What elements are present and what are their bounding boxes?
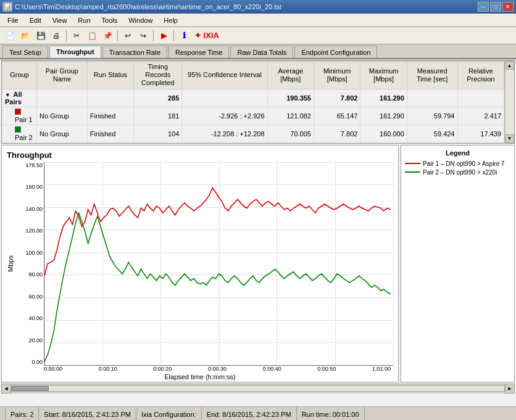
menu-run[interactable]: Run <box>73 15 95 25</box>
y-tick: 120.00 <box>20 228 43 234</box>
toolbar-open[interactable]: 📂 <box>18 29 33 43</box>
x-tick: 0:00:50 <box>317 366 336 372</box>
all-pairs-group: ▼ All Pairs <box>2 89 37 107</box>
col-header-minimum: Minimum [Mbps] <box>314 62 360 89</box>
y-tick: 140.00 <box>20 206 43 212</box>
x-tick: 1:01:00 <box>372 366 391 372</box>
y-tick: 20.00 <box>20 337 43 344</box>
grid-v <box>393 162 394 365</box>
y-axis-label: Mbps <box>7 162 19 366</box>
pair1-measured: 59.794 <box>407 107 457 125</box>
toolbar-sep-4 <box>173 30 174 41</box>
x-tick: 0:00:30 <box>208 366 227 372</box>
chart-plot <box>44 162 393 366</box>
pair2-measured: 59.424 <box>407 125 457 142</box>
legend-item-pair1: Pair 1 – DN opt990 > Aspire 7 <box>405 160 510 167</box>
menu-help[interactable]: Help <box>159 15 183 25</box>
toolbar: 📄 📂 💾 🖨 ✂ 📋 📌 ↩ ↪ ▶ ℹ ✦ IXIA <box>0 27 516 44</box>
title-bar-text: C:\Users\Tim\Desktop\amped_rta2600\wirel… <box>15 3 281 10</box>
col-header-group: Group <box>2 62 37 89</box>
y-tick: 178.50 <box>20 162 43 168</box>
tab-transaction-rate[interactable]: Transaction Rate <box>102 46 167 58</box>
tab-raw-data-totals[interactable]: Raw Data Totals <box>230 46 293 58</box>
toolbar-info[interactable]: ℹ <box>177 29 191 43</box>
x-tick: 0:00:10 <box>99 366 117 372</box>
pair1-group: Pair 1 <box>2 107 37 125</box>
menu-tools[interactable]: Tools <box>97 15 123 25</box>
toolbar-sep-1 <box>66 30 67 41</box>
status-start: Start: 8/16/2015, 2:41:23 PM <box>39 407 136 420</box>
y-axis-ticks: 178.50 160.00 140.00 120.00 100.00 80.00… <box>20 162 44 366</box>
scroll-down[interactable]: ▼ <box>506 134 514 143</box>
close-button[interactable]: ✕ <box>502 2 514 12</box>
scroll-thumb[interactable] <box>12 386 49 391</box>
expand-icon[interactable]: ▼ <box>5 92 10 98</box>
toolbar-print[interactable]: 🖨 <box>49 29 64 43</box>
table-row-all-pairs: ▼ All Pairs 285 190.355 7.802 161.290 <box>2 89 504 107</box>
scroll-up[interactable]: ▲ <box>506 61 514 70</box>
all-pairs-minimum: 7.802 <box>314 89 360 107</box>
toolbar-run[interactable]: ▶ <box>156 29 171 43</box>
legend-line-pair1 <box>405 163 420 164</box>
scroll-right-btn[interactable]: ► <box>505 384 515 393</box>
menu-edit[interactable]: Edit <box>25 15 46 25</box>
legend-label-pair2: Pair 2 – DN opt990 > x220i <box>423 169 497 176</box>
menu-window[interactable]: Window <box>123 15 157 25</box>
pair1-records: 181 <box>134 107 182 125</box>
all-pairs-group-name <box>37 89 88 107</box>
toolbar-undo[interactable]: ↩ <box>120 29 135 43</box>
toolbar-save[interactable]: 💾 <box>33 29 48 43</box>
tab-throughput[interactable]: Throughput <box>49 46 101 58</box>
menu-file[interactable]: File <box>2 15 23 25</box>
chart-area: Throughput Mbps 178.50 160.00 140.00 120… <box>1 145 515 382</box>
chart-legend-panel: Legend Pair 1 – DN opt990 > Aspire 7 Pai… <box>401 145 515 382</box>
x-tick: 0:00:00 <box>44 366 62 372</box>
legend-title: Legend <box>405 149 510 157</box>
col-header-run-status: Run Status <box>87 62 133 89</box>
chart-svg <box>44 162 393 365</box>
status-ixia-config: Ixia Configuration: <box>136 407 202 420</box>
y-tick: 60.00 <box>20 294 43 300</box>
pair2-precision: 17.439 <box>457 125 504 142</box>
pair1-minimum: 65.147 <box>314 107 360 125</box>
y-tick: 80.00 <box>20 271 43 278</box>
legend-label-pair1: Pair 1 – DN opt990 > Aspire 7 <box>423 160 505 167</box>
toolbar-copy[interactable]: 📋 <box>85 29 99 43</box>
pair2-average: 70.005 <box>267 125 314 142</box>
minimize-button[interactable]: ─ <box>478 2 489 12</box>
x-axis-title: Elapsed time (h:mm:ss) <box>7 373 393 381</box>
table-row: Pair 2 No Group Finished 104 -12.208 : +… <box>2 125 504 142</box>
col-header-relative-precision: Relative Precision <box>457 62 504 89</box>
col-header-pair-group-name: Pair Group Name <box>37 62 88 89</box>
pair2-minimum: 7.802 <box>314 125 360 142</box>
main-content: Group Pair Group Name Run Status Timing … <box>0 60 516 406</box>
chart-inner: Mbps 178.50 160.00 140.00 120.00 100.00 … <box>7 162 393 366</box>
scroll-left-btn[interactable]: ◄ <box>1 384 11 393</box>
all-pairs-measured <box>407 89 457 107</box>
pair1-maximum: 161.290 <box>360 107 407 125</box>
pair1-confidence: -2.926 : +2.926 <box>182 107 267 125</box>
toolbar-paste[interactable]: 📌 <box>100 29 115 43</box>
chart-title: Throughput <box>7 150 393 160</box>
pair2-group: Pair 2 <box>2 125 37 142</box>
menu-bar: File Edit View Run Tools Window Help <box>0 14 516 27</box>
menu-view[interactable]: View <box>48 15 72 25</box>
toolbar-sep-2 <box>117 30 118 41</box>
tab-endpoint-config[interactable]: Endpoint Configuration <box>294 46 377 58</box>
data-table: Group Pair Group Name Run Status Timing … <box>2 61 504 143</box>
h-scrollbar: ◄ ► <box>1 384 515 393</box>
scroll-track[interactable] <box>11 385 505 392</box>
pair2-group-name: No Group <box>37 125 88 142</box>
chart-line-pair2 <box>44 213 391 361</box>
pair2-status: Finished <box>87 125 133 142</box>
toolbar-cut[interactable]: ✂ <box>69 29 84 43</box>
tab-test-setup[interactable]: Test Setup <box>2 46 48 58</box>
toolbar-redo[interactable]: ↪ <box>136 29 151 43</box>
col-header-maximum: Maximum [Mbps] <box>360 62 407 89</box>
tab-response-time[interactable]: Response Time <box>169 46 229 58</box>
pair1-group-name: No Group <box>37 107 88 125</box>
pair1-precision: 2.417 <box>457 107 504 125</box>
toolbar-new[interactable]: 📄 <box>2 29 17 43</box>
maximize-button[interactable]: □ <box>490 2 501 12</box>
pair2-confidence: -12.208 : +12.208 <box>182 125 267 142</box>
